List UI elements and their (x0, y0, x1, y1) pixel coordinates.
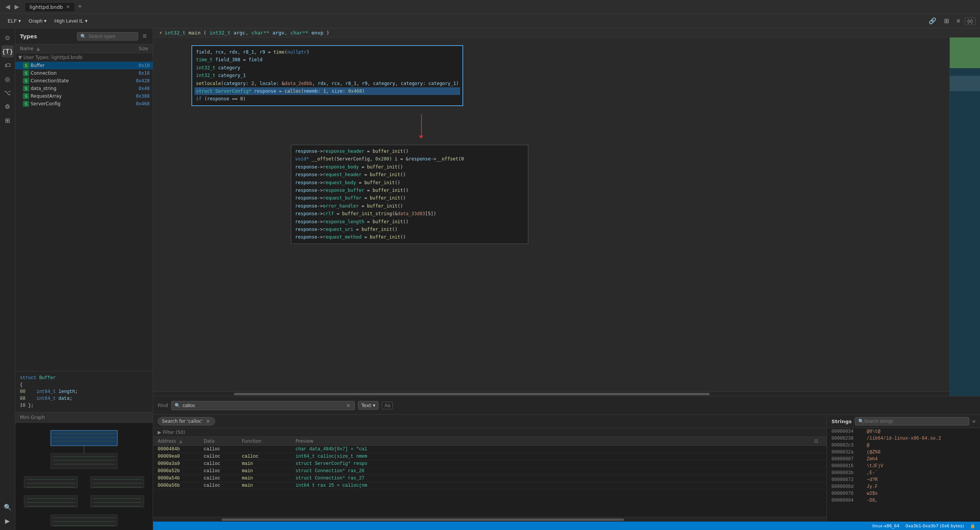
type-badge-serverconfig: S (23, 101, 29, 107)
tree-item-buffer[interactable]: S Buffer 0x10 (15, 62, 153, 69)
find-input[interactable] (183, 402, 343, 408)
code-line: response->request_header = buffer_init() (295, 171, 524, 178)
col-header-address: Address ▲ (158, 438, 204, 444)
size-col-header: Size (125, 46, 148, 51)
filter-triangle: ▶ (158, 430, 161, 435)
list-item[interactable]: 0000083b ,E-` (827, 469, 980, 476)
tree-item-connectionstate[interactable]: S ConnectionState 0x428 (15, 77, 153, 85)
forward-button[interactable]: ▶ (12, 2, 21, 12)
flow-node-main[interactable]: field, rcx, rdx, r8_1, r9 = time(nullptr… (191, 45, 463, 106)
tree-item-serverconfig[interactable]: S ServerConfig 0x468 (15, 100, 153, 108)
scrollbar-thumb[interactable] (234, 393, 710, 395)
var-button[interactable]: {x} (965, 17, 975, 25)
find-clear-button[interactable]: ✕ (345, 402, 351, 409)
sidebar-icon-graph[interactable]: ⌥ (2, 87, 14, 99)
types-menu-button[interactable]: ≡ (141, 31, 149, 41)
strings-menu-button[interactable]: ≡ (972, 419, 975, 424)
sidebar-icon-home[interactable]: ⊙ (2, 31, 14, 44)
type-name-datastring: data_string (31, 86, 125, 91)
find-bar: Find 🔍 ✕ Text ▾ Aa (153, 396, 980, 414)
link-button[interactable]: 🔗 (926, 16, 939, 26)
type-name-buffer: Buffer (31, 63, 125, 68)
file-tab[interactable]: lighttpd.bndb ✕ (24, 2, 75, 11)
hlil-menu-button[interactable]: High Level IL ▾ (51, 16, 91, 25)
tree-item-requestarray[interactable]: S RequestArray 0x388 (15, 92, 153, 100)
sidebar-icon-search[interactable]: 🔍 (2, 501, 14, 513)
horizontal-scrollbar[interactable] (153, 391, 949, 396)
list-item[interactable]: 00000994 -D8, (827, 497, 980, 504)
tree-section-label: User Types: lighttpd.bndb (23, 55, 82, 60)
table-row[interactable]: 0000a56b calloc main int64 t rax 25 = ca… (153, 482, 826, 489)
find-type-dropdown-icon: ▾ (373, 402, 376, 408)
sort-arrow: ▲ (36, 46, 40, 51)
toolbar: ELF ▾ Graph ▾ High Level IL ▾ 🔗 ⊞ ≡ {x} (0, 14, 980, 28)
tree-item-connection[interactable]: S Connection 0x18 (15, 69, 153, 77)
strings-search-input[interactable] (864, 419, 966, 424)
elf-menu-button[interactable]: ELF ▾ (5, 16, 24, 25)
sidebar-icon-map[interactable]: ◎ (2, 73, 14, 85)
col-header-preview: Preview (296, 438, 814, 444)
table-row[interactable]: 0000a3a9 calloc main struct ServerConfig… (153, 460, 826, 468)
find-input-wrap: 🔍 ✕ (171, 401, 355, 410)
sidebar-icon-types[interactable]: {T} (2, 45, 14, 57)
strings-search-box: 🔍 (855, 417, 969, 425)
flow-node-response[interactable]: response->response_header = buffer_init(… (291, 145, 528, 244)
table-row[interactable]: 0000484b calloc char data_484b[0x7] = "c… (153, 446, 826, 453)
columns-button[interactable]: ⊞ (941, 16, 952, 26)
minimap-top (950, 38, 980, 68)
list-item[interactable]: 00000872 ~d?R (827, 476, 980, 483)
list-item[interactable]: 0000096d Jy.F (827, 483, 980, 490)
code-view: field, rcx, rdx, r8_1, r9 = time(nullptr… (153, 38, 980, 396)
list-item[interactable]: 00000807 Zmh4 (827, 456, 980, 463)
type-size-buffer: 0x10 (127, 63, 150, 68)
types-search-input[interactable] (88, 34, 134, 39)
strings-search-icon: 🔍 (858, 419, 864, 424)
flow-arrow (421, 114, 422, 137)
results-scrollbar-thumb[interactable] (222, 519, 624, 521)
flow-arrow-head (419, 136, 423, 139)
filter-toggle[interactable]: ▶ Filter (50) (158, 430, 185, 435)
sidebar-icon-debug[interactable]: ⚙ (2, 100, 14, 113)
strings-tab[interactable]: Strings (831, 419, 852, 424)
results-horizontal-scrollbar[interactable] (153, 517, 826, 522)
mini-graph-canvas (15, 423, 153, 530)
types-tree-section[interactable]: ▼ User Types: lighttpd.bndb (15, 53, 153, 62)
main-menu-button[interactable]: ≡ (954, 16, 963, 26)
code-line-calloc: struct ServerConfig* response = calloc(n… (194, 87, 460, 95)
add-tab-button[interactable]: + (75, 3, 85, 11)
match-case-button[interactable]: Aa (382, 402, 393, 409)
status-bar: linux-x86_64 0xa3b1-0xa3b7 (0x6 bytes) 🔒 (153, 522, 980, 530)
list-item[interactable]: 0000032a (@Z%0 (827, 449, 980, 456)
table-row[interactable]: 0000a52b calloc main struct Connection* … (153, 468, 826, 475)
minimap (949, 38, 980, 396)
list-item[interactable]: 00000816 \tJF)V (827, 463, 980, 469)
list-item[interactable]: 00000238 /lib64/ld-linux-x86-64.so.2 (827, 435, 980, 442)
table-row[interactable]: 00009ea0 calloc calloc int64_t calloc(si… (153, 453, 826, 460)
type-badge-connection: S (23, 70, 29, 76)
code-line: field, rcx, rdx, r8_1, r9 = time(nullptr… (196, 48, 459, 56)
table-row[interactable]: 0000a54b calloc main struct Connection* … (153, 475, 826, 482)
strings-panel: Strings 🔍 ≡ 00000034 @8\t@ 00000238 /lib… (827, 415, 980, 522)
types-search-box[interactable]: 🔍 (77, 32, 138, 41)
list-item[interactable]: 00000976 w2$s (827, 490, 980, 497)
content-area: ⚡ int32_t main ( int32_t argc, char** ar… (153, 28, 980, 530)
list-item[interactable]: 00000034 @8\t@ (827, 428, 980, 435)
tab-close-button[interactable]: ✕ (66, 4, 70, 10)
code-line: int32_t category (196, 64, 459, 72)
filter-row: ▶ Filter (50) (153, 428, 826, 437)
search-tag-close[interactable]: ✕ (205, 418, 211, 424)
sidebar-icon-tags[interactable]: 🏷 (2, 59, 14, 71)
code-line: response->request_body = buffer_init() (295, 179, 524, 186)
sidebar-icon-terminal[interactable]: ▶ (2, 515, 14, 527)
code-line: response->crlf = buffer_init_string(&dat… (295, 210, 524, 218)
find-label: Find (158, 402, 168, 408)
sidebar-icon-grid[interactable]: ⊞ (2, 114, 14, 126)
name-col-header: Name ▲ (20, 46, 125, 51)
back-button[interactable]: ◀ (3, 2, 12, 12)
list-item[interactable]: 000002c3 @ (827, 442, 980, 449)
minimap-body (950, 68, 980, 396)
find-type-select[interactable]: Text ▾ (358, 401, 379, 410)
tree-item-datastring[interactable]: S data_string 0x48 (15, 85, 153, 92)
type-badge-connectionstate: S (23, 78, 29, 84)
graph-menu-button[interactable]: Graph ▾ (26, 16, 50, 25)
